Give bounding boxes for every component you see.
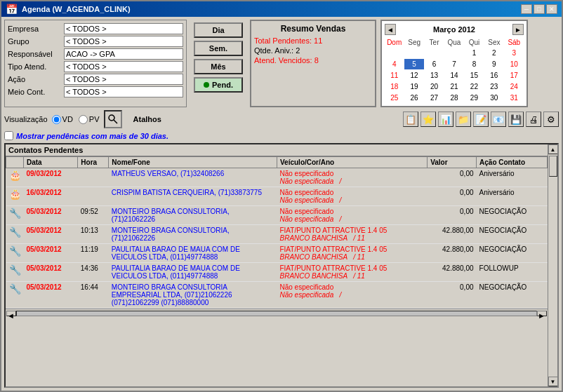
responsavel-value[interactable]: ACAO -> GPA: [64, 48, 183, 60]
calendar-next-button[interactable]: ►: [512, 24, 524, 35]
tool-icon-5[interactable]: 📝: [473, 111, 489, 127]
cal-day-3[interactable]: 3: [505, 48, 524, 58]
radio-vd[interactable]: VD: [52, 115, 73, 124]
sem-button[interactable]: Sem.: [194, 41, 243, 56]
cal-day-14[interactable]: 14: [444, 70, 463, 81]
scroll-right-btn[interactable]: ►: [537, 311, 547, 316]
svg-point-0: [109, 115, 114, 121]
cal-day-8[interactable]: 8: [465, 59, 484, 69]
col-data-header: Data: [24, 157, 78, 168]
cal-day-13[interactable]: 13: [425, 70, 444, 81]
cal-day-11[interactable]: 11: [385, 70, 404, 81]
row-acao: NEGOCIAÇÃO: [477, 206, 548, 225]
radio-vd-input[interactable]: [52, 115, 61, 124]
qtde-aniv-line: Qtde. Aniv.: 2: [254, 46, 372, 55]
grupo-value[interactable]: < TODOS >: [64, 36, 183, 47]
empresa-value[interactable]: < TODOS >: [64, 23, 183, 34]
row-valor: 0,00: [428, 168, 477, 187]
calendar-prev-button[interactable]: ◄: [385, 24, 396, 35]
row-veiculo1: FIAT/PUNTO ATTRACTIVE 1.4 05: [279, 264, 424, 272]
cal-day-29[interactable]: 29: [465, 93, 484, 103]
tool-icon-7[interactable]: 💾: [508, 111, 524, 127]
total-pendentes-value: 11: [314, 36, 322, 45]
pendencias-checkbox[interactable]: [4, 131, 13, 140]
close-button[interactable]: ✕: [546, 4, 557, 14]
row-veiculo: Não especificado Não especificada /: [277, 206, 427, 225]
cal-day-empty-3: [425, 48, 444, 58]
tool-icon-9[interactable]: ⚙: [543, 111, 559, 127]
cal-day-28[interactable]: 28: [444, 93, 463, 103]
empresa-row: Empresa < TODOS >: [8, 23, 183, 34]
scroll-thumb[interactable]: [549, 156, 557, 177]
mes-button[interactable]: Mês: [194, 59, 243, 74]
maximize-button[interactable]: □: [534, 4, 545, 14]
row-hora: 16:44: [78, 282, 109, 309]
cal-day-6[interactable]: 6: [425, 59, 444, 69]
acao-value[interactable]: < TODOS >: [64, 74, 183, 85]
radio-pv[interactable]: PV: [79, 115, 100, 124]
tool-icon-6[interactable]: 📧: [491, 111, 506, 127]
search-icon-button[interactable]: [104, 110, 122, 128]
scroll-down-btn[interactable]: ▼: [548, 377, 558, 386]
tool-icon-1[interactable]: 📋: [403, 111, 418, 127]
cal-day-19[interactable]: 19: [404, 81, 423, 92]
row-hora: 14:36: [78, 263, 109, 282]
cal-day-1[interactable]: 1: [465, 48, 484, 58]
cal-day-24[interactable]: 24: [505, 81, 524, 92]
scroll-left-btn[interactable]: ◄: [6, 311, 16, 316]
cal-day-17[interactable]: 17: [505, 70, 524, 81]
cal-head-seg: Seg: [404, 38, 423, 47]
pend-button[interactable]: Pend.: [194, 77, 243, 93]
table-row[interactable]: 🎂 09/03/2012 MATHEUS VERSAO, (71)3240826…: [6, 168, 548, 187]
cal-day-4[interactable]: 4: [385, 59, 404, 69]
tool-icon-4[interactable]: 📁: [456, 111, 471, 127]
tool-icon-8[interactable]: 🖨: [526, 111, 541, 127]
cal-day-30[interactable]: 30: [484, 93, 503, 103]
cal-day-10[interactable]: 10: [505, 59, 524, 69]
cal-head-qua: Qua: [444, 38, 463, 47]
cal-day-15[interactable]: 15: [465, 70, 484, 81]
cal-day-27[interactable]: 27: [425, 93, 444, 103]
tool-icon-3[interactable]: 📊: [438, 111, 453, 127]
table-row[interactable]: 🔧 05/03/2012 14:36 PAULITALIA BARAO DE M…: [6, 263, 548, 282]
cal-day-5[interactable]: 5: [404, 59, 423, 69]
horizontal-scrollbar[interactable]: ◄ ►: [6, 309, 548, 317]
row-icon-cell: 🔧: [6, 282, 24, 309]
cal-day-9[interactable]: 9: [484, 59, 503, 69]
dia-button[interactable]: Dia: [194, 22, 243, 38]
table-title: Contatos Pendentes: [6, 144, 548, 156]
col-icon-header: [6, 157, 24, 168]
scroll-up-btn[interactable]: ▲: [548, 144, 558, 154]
tool-icon-2[interactable]: ⭐: [420, 111, 436, 127]
table-row[interactable]: 🔧 05/03/2012 09:52 MONTEIRO BRAGA CONSUL…: [6, 206, 548, 225]
cal-day-12[interactable]: 12: [404, 70, 423, 81]
row-hora: 10:13: [78, 225, 109, 244]
table-row[interactable]: 🔧 05/03/2012 11:19 PAULITALIA BARAO DE M…: [6, 244, 548, 263]
cal-day-16[interactable]: 16: [484, 70, 503, 81]
cal-day-2[interactable]: 2: [484, 48, 503, 58]
cal-day-25[interactable]: 25: [385, 93, 404, 103]
atend-vencidos-label: Atend. Vencidos:: [254, 56, 312, 65]
total-pendentes-line: Total Pendentes: 11: [254, 36, 372, 45]
tipo-atend-value[interactable]: < TODOS >: [64, 61, 183, 72]
vertical-scrollbar[interactable]: ▲ ▼: [548, 144, 557, 386]
tipo-atend-row: Tipo Atend. < TODOS >: [8, 61, 183, 72]
cal-day-20[interactable]: 20: [425, 81, 444, 92]
cal-day-7[interactable]: 7: [444, 59, 463, 69]
cal-day-26[interactable]: 26: [404, 93, 423, 103]
table-row[interactable]: 🎂 16/03/2012 CRISPIM BATISTA CERQUEIRA, …: [6, 187, 548, 206]
cal-day-31[interactable]: 31: [505, 93, 524, 103]
radio-pv-input[interactable]: [79, 115, 88, 124]
table-wrapper[interactable]: Data Hora Nome/Fone Veículo/Cor/Ano Valo…: [6, 156, 548, 309]
cal-day-23[interactable]: 23: [484, 81, 503, 92]
minimize-button[interactable]: ─: [521, 4, 532, 14]
resumo-panel: Resumo Vendas Total Pendentes: 11 Qtde. …: [250, 20, 376, 107]
cal-head-ter: Ter: [425, 38, 444, 47]
cal-day-18[interactable]: 18: [385, 81, 404, 92]
table-row[interactable]: 🔧 05/03/2012 10:13 MONTEIRO BRAGA CONSUL…: [6, 225, 548, 244]
table-row[interactable]: 🔧 05/03/2012 16:44 MONTEIRO BRAGA CONSUL…: [6, 282, 548, 309]
cal-day-21[interactable]: 21: [444, 81, 463, 92]
cal-day-22[interactable]: 22: [465, 81, 484, 92]
meio-cont-value[interactable]: < TODOS >: [64, 86, 183, 97]
scrollbar-track[interactable]: [16, 311, 537, 316]
